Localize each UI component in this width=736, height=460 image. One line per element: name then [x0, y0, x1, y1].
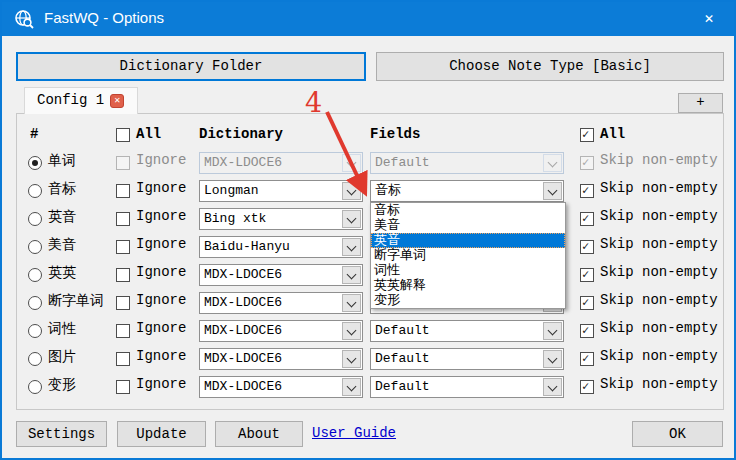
ignore-checkbox[interactable] — [116, 240, 130, 254]
choose-note-type-button[interactable]: Choose Note Type [Basic] — [376, 52, 724, 81]
ignore-checkbox[interactable] — [116, 268, 130, 282]
fields-select[interactable]: Default — [370, 376, 564, 398]
fields-select[interactable]: Default — [370, 348, 564, 370]
skip-checkbox[interactable] — [580, 268, 594, 282]
image-radio[interactable] — [28, 352, 42, 366]
fields-dropdown-list: 音标 美音 英音 断字单词 词性 英英解释 变形 — [370, 202, 566, 309]
skip-checkbox[interactable] — [580, 212, 594, 226]
all-ignore-checkbox[interactable] — [116, 128, 130, 142]
skip-label: Skip non-empty — [600, 208, 718, 224]
ignore-label: Ignore — [136, 180, 186, 196]
word-radio[interactable] — [28, 156, 42, 170]
dictionary-select[interactable]: MDX-LDOCE6 — [199, 292, 363, 314]
close-window-icon[interactable]: ✕ — [696, 9, 722, 28]
ignore-checkbox[interactable] — [116, 324, 130, 338]
about-button[interactable]: About — [215, 421, 303, 447]
window-title: FastWQ - Options — [44, 9, 164, 26]
dropdown-option[interactable]: 变形 — [371, 293, 565, 308]
skip-label: Skip non-empty — [600, 348, 718, 364]
skip-checkbox[interactable] — [580, 240, 594, 254]
chevron-down-icon[interactable] — [543, 378, 562, 396]
column-header-dictionary: Dictionary — [199, 126, 283, 146]
table-row: 断字单词 Ignore MDX-LDOCE6 Default Skip non-… — [2, 292, 736, 314]
add-config-tab-button[interactable]: + — [678, 93, 723, 113]
row-label: 英音 — [48, 208, 76, 226]
user-guide-link[interactable]: User Guide — [312, 425, 396, 441]
ignore-checkbox[interactable] — [116, 212, 130, 226]
settings-button[interactable]: Settings — [16, 421, 107, 447]
skip-checkbox[interactable] — [580, 296, 594, 310]
column-header-number: # — [30, 126, 38, 146]
dropdown-option[interactable]: 词性 — [371, 263, 565, 278]
chevron-down-icon[interactable] — [342, 182, 361, 200]
tab-close-icon[interactable]: ✕ — [110, 94, 124, 108]
chevron-down-icon[interactable] — [342, 266, 361, 284]
dictionary-select[interactable]: MDX-LDOCE6 — [199, 348, 363, 370]
dictionary-select[interactable]: MDX-LDOCE6 — [199, 320, 363, 342]
table-row: 图片 Ignore MDX-LDOCE6 Default Skip non-em… — [2, 348, 736, 370]
chevron-down-icon[interactable] — [342, 350, 361, 368]
skip-label: Skip non-empty — [600, 180, 718, 196]
inflection-radio[interactable] — [28, 380, 42, 394]
all-skip-checkbox[interactable] — [580, 128, 594, 142]
dictionary-select[interactable]: Longman — [199, 180, 363, 202]
chevron-down-icon[interactable] — [342, 238, 361, 256]
skip-checkbox[interactable] — [580, 352, 594, 366]
dropdown-option[interactable]: 美音 — [371, 218, 565, 233]
skip-label: Skip non-empty — [600, 376, 718, 392]
dropdown-option[interactable]: 英英解释 — [371, 278, 565, 293]
dropdown-option[interactable]: 断字单词 — [371, 248, 565, 263]
column-header-all-left: All — [136, 126, 161, 146]
ignore-checkbox[interactable] — [116, 380, 130, 394]
skip-checkbox[interactable] — [580, 184, 594, 198]
skip-label: Skip non-empty — [600, 264, 718, 280]
chevron-down-icon[interactable] — [342, 322, 361, 340]
ignore-label: Ignore — [136, 152, 186, 168]
skip-label: Skip non-empty — [600, 236, 718, 252]
dictionary-select[interactable]: MDX-LDOCE6 — [199, 264, 363, 286]
row-label: 断字单词 — [48, 292, 104, 310]
chevron-down-icon[interactable] — [342, 378, 361, 396]
phonetic-radio[interactable] — [28, 184, 42, 198]
ignore-checkbox[interactable] — [116, 352, 130, 366]
dictionary-folder-button[interactable]: Dictionary Folder — [16, 52, 366, 81]
uk-audio-radio[interactable] — [28, 212, 42, 226]
app-globe-search-icon — [14, 9, 34, 29]
hyphenation-radio[interactable] — [28, 296, 42, 310]
row-label: 词性 — [48, 320, 76, 338]
dictionary-select[interactable]: MDX-LDOCE6 — [199, 376, 363, 398]
chevron-down-icon[interactable] — [342, 210, 361, 228]
ignore-checkbox[interactable] — [116, 184, 130, 198]
title-bar[interactable]: FastWQ - Options ✕ — [2, 2, 734, 36]
ok-button[interactable]: OK — [632, 421, 723, 447]
tab-label: Config 1 — [37, 92, 104, 108]
skip-checkbox[interactable] — [580, 380, 594, 394]
skip-checkbox[interactable] — [580, 324, 594, 338]
table-row: 单词 Ignore MDX-LDOCE6 Default Skip non-em… — [2, 152, 736, 174]
ignore-checkbox[interactable] — [116, 296, 130, 310]
dropdown-option[interactable]: 音标 — [371, 203, 565, 218]
us-audio-radio[interactable] — [28, 240, 42, 254]
dropdown-option-selected[interactable]: 英音 — [371, 233, 565, 248]
fields-select[interactable]: Default — [370, 320, 564, 342]
row-label: 单词 — [48, 152, 76, 170]
fields-select-open[interactable]: 音标 — [370, 180, 564, 202]
update-button[interactable]: Update — [117, 421, 206, 447]
tab-config-1[interactable]: Config 1✕ — [24, 87, 138, 114]
skip-label: Skip non-empty — [600, 292, 718, 308]
chevron-down-icon[interactable] — [543, 182, 562, 200]
pos-radio[interactable] — [28, 324, 42, 338]
row-label: 音标 — [48, 180, 76, 198]
ignore-label: Ignore — [136, 208, 186, 224]
table-row: 词性 Ignore MDX-LDOCE6 Default Skip non-em… — [2, 320, 736, 342]
table-row: 英音 Ignore Bing xtk Default Skip non-empt… — [2, 208, 736, 230]
chevron-down-icon[interactable] — [543, 322, 562, 340]
en-en-radio[interactable] — [28, 268, 42, 282]
dictionary-select[interactable]: Bing xtk — [199, 208, 363, 230]
ignore-label: Ignore — [136, 292, 186, 308]
chevron-down-icon[interactable] — [543, 350, 562, 368]
dictionary-select[interactable]: Baidu-Hanyu — [199, 236, 363, 258]
chevron-down-icon[interactable] — [342, 294, 361, 312]
skip-checkbox — [580, 156, 594, 170]
chevron-down-icon — [543, 154, 562, 172]
